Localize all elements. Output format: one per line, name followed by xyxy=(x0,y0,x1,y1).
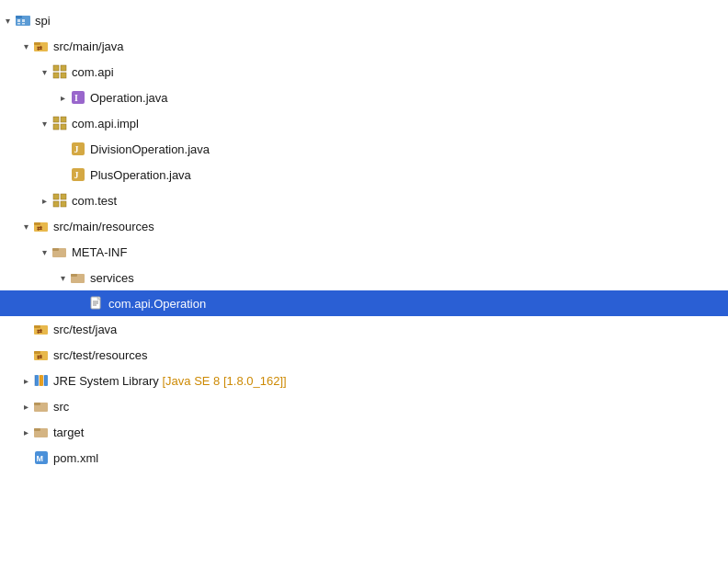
svg-rect-52 xyxy=(35,375,39,386)
svg-rect-1 xyxy=(16,16,22,18)
tree-item-plus-java[interactable]: J PlusOperation.java xyxy=(0,162,728,187)
svg-rect-27 xyxy=(53,201,59,207)
item-label: com.api.impl xyxy=(72,117,139,131)
svg-rect-37 xyxy=(71,274,77,277)
svg-rect-3 xyxy=(17,19,20,22)
text-file-icon xyxy=(88,295,105,312)
tree-item-com-api-impl[interactable]: com.api.impl xyxy=(0,110,728,136)
folder-src-icon: ⇄ xyxy=(33,346,50,363)
package-icon xyxy=(51,115,68,131)
item-label: src/main/java xyxy=(53,40,124,53)
tree-item-src-test-resources[interactable]: ⇄ src/test/resources xyxy=(0,342,728,368)
item-label: JRE System Library [Java SE 8 [1.8.0_162… xyxy=(53,374,287,388)
item-label: Operation.java xyxy=(90,91,168,105)
svg-text:⇄: ⇄ xyxy=(37,225,42,232)
tree-arrow[interactable] xyxy=(18,373,33,388)
svg-rect-19 xyxy=(53,124,59,130)
svg-rect-63 xyxy=(36,431,46,437)
svg-text:I: I xyxy=(74,93,78,103)
item-label: services xyxy=(90,271,134,285)
package-icon xyxy=(51,63,68,80)
svg-rect-18 xyxy=(61,117,66,122)
svg-text:J: J xyxy=(74,144,79,154)
svg-rect-34 xyxy=(52,248,59,251)
item-label: target xyxy=(53,426,84,439)
svg-text:⇄: ⇄ xyxy=(37,328,42,335)
jre-version: [Java SE 8 [1.8.0_162]] xyxy=(159,374,287,388)
folder-src-icon: ⇄ xyxy=(33,38,50,54)
tree-arrow[interactable] xyxy=(37,116,51,131)
svg-text:⇄: ⇄ xyxy=(37,354,42,360)
svg-rect-20 xyxy=(61,124,66,130)
item-label: DivisionOperation.java xyxy=(90,142,210,156)
svg-rect-54 xyxy=(44,375,48,386)
tree-arrow[interactable] xyxy=(55,270,70,285)
svg-rect-38 xyxy=(73,277,83,282)
package-icon xyxy=(51,192,68,209)
item-label: com.api.Operation xyxy=(108,297,206,311)
svg-rect-28 xyxy=(61,201,66,207)
tree-item-division-java[interactable]: J DivisionOperation.java xyxy=(0,136,728,162)
folder-plain-icon xyxy=(33,424,50,440)
tree-item-com-api-operation[interactable]: com.api.Operation xyxy=(0,290,728,316)
folder-module-icon xyxy=(15,12,31,28)
svg-rect-26 xyxy=(61,194,66,199)
svg-rect-25 xyxy=(53,194,59,199)
item-label: com.test xyxy=(72,194,117,208)
tree-item-src-main-resources[interactable]: ⇄ src/main/resources xyxy=(0,213,728,239)
svg-rect-62 xyxy=(34,428,40,431)
tree-item-src-main-java[interactable]: ⇄ src/main/java xyxy=(0,33,728,59)
item-label: src/test/resources xyxy=(53,348,148,362)
svg-text:J: J xyxy=(74,170,79,180)
tree-item-operation-java[interactable]: I Operation.java xyxy=(0,85,728,110)
tree-arrow[interactable] xyxy=(18,399,33,414)
item-label: src xyxy=(53,400,69,414)
svg-rect-13 xyxy=(53,73,59,78)
tree-item-com-api[interactable]: com.api xyxy=(0,59,728,85)
svg-rect-35 xyxy=(54,251,64,256)
svg-rect-12 xyxy=(61,65,66,71)
svg-rect-6 xyxy=(22,23,25,25)
svg-rect-14 xyxy=(61,73,66,78)
tree-arrow[interactable] xyxy=(37,244,51,259)
java-class-icon: J xyxy=(70,141,86,157)
tree-arrow[interactable] xyxy=(18,219,33,233)
tree-item-com-test[interactable]: com.test xyxy=(0,187,728,213)
svg-text:M: M xyxy=(37,454,44,463)
tree-arrow[interactable] xyxy=(37,64,51,79)
svg-rect-11 xyxy=(53,65,59,71)
svg-rect-59 xyxy=(34,403,40,405)
tree-item-jre-system[interactable]: JRE System Library [Java SE 8 [1.8.0_162… xyxy=(0,368,728,393)
item-label: src/main/resources xyxy=(53,220,154,233)
item-label: src/test/java xyxy=(53,323,117,336)
svg-rect-53 xyxy=(40,375,43,386)
tree-item-meta-inf[interactable]: META-INF xyxy=(0,239,728,265)
folder-src-icon: ⇄ xyxy=(33,218,50,234)
tree-item-src-test-java[interactable]: ⇄ src/test/java xyxy=(0,316,728,342)
tree-arrow[interactable] xyxy=(55,90,70,105)
file-tree: spi ⇄ src/main/java com.api I Operation.… xyxy=(0,0,728,478)
folder-plain-icon xyxy=(51,244,68,260)
item-label: com.api xyxy=(72,65,114,79)
folder-plain-icon xyxy=(33,398,50,414)
tree-arrow[interactable] xyxy=(0,13,15,28)
tree-arrow[interactable] xyxy=(18,39,33,53)
jre-icon xyxy=(33,372,50,389)
java-interface-icon: I xyxy=(70,89,86,106)
svg-text:⇄: ⇄ xyxy=(37,45,42,51)
item-label: META-INF xyxy=(72,245,127,259)
tree-arrow[interactable] xyxy=(37,193,51,208)
svg-rect-5 xyxy=(17,23,20,25)
item-label: PlusOperation.java xyxy=(90,168,191,182)
tree-item-spi[interactable]: spi xyxy=(0,7,728,33)
svg-rect-4 xyxy=(22,19,25,22)
item-label: pom.xml xyxy=(53,451,98,465)
tree-item-target[interactable]: target xyxy=(0,419,728,445)
tree-item-src[interactable]: src xyxy=(0,393,728,419)
tree-item-pom-xml[interactable]: M pom.xml xyxy=(0,445,728,471)
tree-arrow[interactable] xyxy=(18,425,33,439)
svg-rect-17 xyxy=(53,117,59,122)
tree-item-services[interactable]: services xyxy=(0,265,728,290)
java-class-icon: J xyxy=(70,166,86,183)
folder-plain-icon xyxy=(70,269,86,286)
